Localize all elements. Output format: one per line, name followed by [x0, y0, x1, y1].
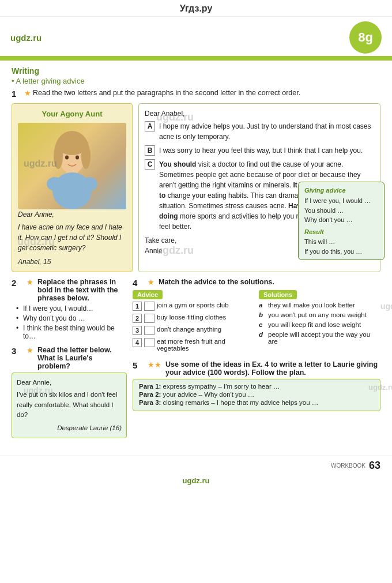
task-5-star: ★★	[148, 360, 161, 369]
badge: 8g	[349, 21, 382, 54]
para3-text-val: closing remarks – I hope that my advice …	[163, 399, 319, 406]
giving-advice-box: Giving advice If I were you, I would … Y…	[298, 182, 385, 261]
header-logo: ugdz.ru	[10, 33, 42, 43]
advice-ans-2[interactable]	[144, 314, 154, 323]
advice-ans-1[interactable]	[144, 302, 154, 311]
sol-text-a: they will make you look better	[268, 302, 355, 309]
solution-a: a they will make you look better	[259, 302, 380, 309]
advice-label: Advice	[133, 290, 163, 299]
task-2-header: 2 ★ Replace the phrases in bold in the t…	[12, 278, 127, 302]
para-box-c: C	[145, 159, 155, 170]
bullet-item-3: I think the best thing would be to…	[16, 324, 127, 340]
task-5-header: 5 ★★ Use some of the ideas in Ex. 4 to w…	[133, 360, 380, 377]
svg-point-10	[76, 156, 79, 160]
right-letter: ugdz.ru ugdz.ru Dear Anabel, A I hope my…	[138, 103, 380, 272]
solution-c: c you will keep fit and lose weight	[259, 321, 380, 328]
task-1-star: ★	[24, 89, 31, 97]
workbook-label: WORKBOOK	[331, 462, 365, 469]
task-2-block: 2 ★ Replace the phrases in bold in the t…	[12, 278, 127, 340]
sol-letter-b: b	[259, 311, 266, 318]
advice-num-3: 3	[133, 326, 142, 335]
task-5-text: Use some of the ideas in Ex. 4 to write …	[165, 360, 380, 377]
svg-point-4	[47, 177, 63, 191]
sol-letter-d: d	[259, 331, 266, 338]
left-sign: Anabel, 15	[18, 257, 126, 267]
task-2-text: Replace the phrases in bold in the text …	[37, 278, 127, 302]
task-5-number: 5	[133, 360, 143, 370]
bullet-item-2: Why don't you do …	[16, 314, 127, 322]
dear-salutation: Dear Annie,	[17, 378, 122, 388]
advice-ans-4[interactable]	[144, 338, 154, 347]
green-bar	[0, 56, 392, 61]
advice-col: Advice 1 join a gym or sports club 2 buy…	[133, 290, 254, 355]
advice-item-2: 2 buy loose-fitting clothes	[133, 314, 254, 323]
right-col: 4 ★ Match the advice to the solutions. A…	[133, 278, 380, 444]
footer: WORKBOOK 63	[0, 456, 392, 474]
right-salutation: Dear Anabel,	[145, 108, 374, 119]
advice-text-1: join a gym or sports club	[157, 302, 229, 309]
para-text-a: I hope my advice helps you. Just try to …	[159, 121, 374, 142]
advice-num-1: 1	[133, 302, 142, 311]
bottom-grid: 2 ★ Replace the phrases in bold in the t…	[12, 278, 380, 444]
bottom-logo: ugdz.ru	[0, 474, 392, 488]
subtitle-text: A letter giving advice	[16, 77, 84, 85]
letter-para-a: A I hope my advice helps you. Just try t…	[145, 121, 374, 142]
task-2-list: If I were you, I would… Why don't you do…	[12, 304, 127, 340]
person-illustration	[32, 129, 112, 209]
dear-sign: Desperate Laurie (16)	[17, 423, 122, 433]
solutions-label: Solutions	[259, 290, 297, 299]
photo-placeholder: ugdz.ru	[18, 123, 126, 209]
advice-num-4: 4	[133, 338, 142, 347]
solution-b: b you won't put on any more weight	[259, 311, 380, 318]
header: ugdz.ru 8g	[0, 17, 392, 56]
left-letter: Your Agony Aunt	[12, 103, 133, 272]
dear-body: I've put on six kilos and I don't feel r…	[17, 390, 122, 420]
page-number: 63	[369, 460, 380, 472]
advice-ans-3[interactable]	[144, 326, 154, 335]
para1-label: Para 1:	[139, 383, 161, 390]
task-1-text: Read the two letters and put the paragra…	[33, 89, 300, 97]
sol-text-d: people will accept you the way you are	[268, 331, 380, 345]
task5-row-2: Para 2: your advice – Why don't you …	[139, 391, 374, 398]
giving-advice-line-1: If I were you, I would …	[304, 196, 378, 206]
section-title: Writing	[12, 66, 380, 76]
letter-area: ugdz.ru Your Agony Aunt	[12, 103, 380, 272]
left-letter-title: Your Agony Aunt	[18, 110, 126, 118]
result-line-2: If you do this, you …	[304, 247, 378, 257]
svg-point-8	[81, 144, 91, 169]
task-1-number: 1	[12, 89, 22, 99]
bullet-item-1: If I were you, I would…	[16, 304, 127, 313]
advice-text-3: don't change anything	[157, 326, 221, 333]
result-line-1: This will …	[304, 237, 378, 247]
task-3-number: 3	[12, 346, 22, 356]
task-4-number: 4	[133, 278, 143, 288]
para-box-b: B	[145, 145, 155, 156]
task5-row-3: Para 3: closing remarks – I hope that my…	[139, 399, 374, 406]
sol-letter-c: c	[259, 321, 266, 328]
svg-point-9	[65, 156, 69, 160]
task-4-block: 4 ★ Match the advice to the solutions. A…	[133, 278, 380, 355]
giving-advice-title: Giving advice	[304, 186, 378, 195]
sol-text-c: you will keep fit and lose weight	[268, 321, 361, 328]
task-4-text: Match the advice to the solutions.	[159, 278, 274, 286]
svg-point-7	[54, 144, 63, 169]
advice-text-4: eat more fresh fruit and vegetables	[157, 338, 254, 352]
para-text-b: I was sorry to hear you feel this way, b…	[159, 145, 363, 156]
solution-d: d people will accept you the way you are	[259, 331, 380, 345]
task-2-star: ★	[27, 278, 33, 287]
letter-para-b: B I was sorry to hear you feel this way,…	[145, 145, 374, 156]
para-box-a: A	[145, 121, 155, 131]
task-5-box: ugdz.ru Para 1: express sympathy – I'm s…	[133, 379, 380, 411]
advice-item-4: 4 eat more fresh fruit and vegetables	[133, 338, 254, 352]
solutions-col: ugdz.ru Solutions a they will make you l…	[259, 290, 380, 355]
left-body: I have acne on my face and I hate it. Ho…	[18, 222, 126, 253]
task-5-block: 5 ★★ Use some of the ideas in Ex. 4 to w…	[133, 360, 380, 411]
task5-row-1: Para 1: express sympathy – I'm sorry to …	[139, 383, 374, 390]
dear-box: ugdz.ru Dear Annie, I've put on six kilo…	[12, 373, 127, 438]
left-col: 2 ★ Replace the phrases in bold in the t…	[12, 278, 127, 444]
task-3-header: 3 ★ Read the letter below. What is Lauri…	[12, 346, 127, 370]
main-content: Writing • A letter giving advice 1 ★ Rea…	[0, 61, 392, 450]
advice-text-2: buy loose-fitting clothes	[157, 314, 226, 321]
task-3-text: Read the letter below. What is Laurie's …	[37, 346, 127, 370]
advice-item-3: 3 don't change anything	[133, 326, 254, 335]
